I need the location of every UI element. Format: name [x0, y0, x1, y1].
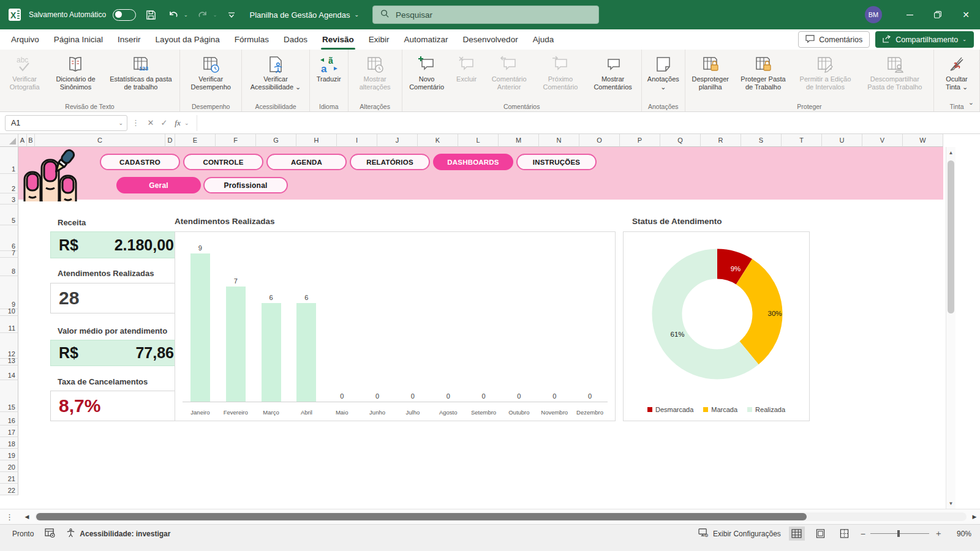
autosave-toggle[interactable]: [113, 9, 136, 21]
save-icon[interactable]: [143, 6, 159, 24]
scroll-up-icon[interactable]: ▲: [946, 147, 956, 158]
minimize-button[interactable]: [895, 0, 924, 29]
column-header-L[interactable]: L: [458, 134, 499, 147]
column-header-D[interactable]: D: [165, 134, 175, 147]
ribbon-button-verificar-acessibilidade[interactable]: Verificar Acessibilidade ⌄: [244, 51, 307, 102]
column-header-K[interactable]: K: [418, 134, 458, 147]
nav-tab-instrucoes[interactable]: INSTRUÇÕES: [516, 154, 597, 170]
row-header-11[interactable]: 11: [0, 316, 18, 333]
column-header-H[interactable]: H: [296, 134, 337, 147]
share-button[interactable]: Compartilhamento ⌄: [875, 31, 974, 48]
nav-tab-controle[interactable]: CONTROLE: [183, 154, 263, 170]
display-settings-button[interactable]: ⚙ Exibir Configurações: [698, 528, 781, 539]
zoom-in-button[interactable]: ＋: [934, 528, 943, 539]
ribbon-button-dicionario-de-sinonimos[interactable]: Dicionário de Sinônimos: [47, 51, 104, 102]
scroll-left-icon[interactable]: ◀: [21, 514, 32, 520]
column-header-G[interactable]: G: [256, 134, 296, 147]
column-header-Q[interactable]: Q: [660, 134, 701, 147]
ribbon-button-proteger-pasta-de-trabalho[interactable]: Proteger Pasta de Trabalho: [734, 51, 793, 102]
column-header-P[interactable]: P: [620, 134, 660, 147]
row-header-19[interactable]: 19: [0, 449, 18, 460]
ribbon-button-verificar-desempenho[interactable]: Verificar Desempenho: [182, 51, 239, 102]
row-header-7[interactable]: 7: [0, 251, 18, 258]
nav-tab-dashboards[interactable]: DASHBOARDS: [433, 154, 513, 170]
ribbon-button-anotacoes[interactable]: Anotações ⌄: [644, 51, 683, 102]
row-header-14[interactable]: 14: [0, 365, 18, 380]
column-header-B[interactable]: B: [27, 134, 35, 147]
column-header-O[interactable]: O: [579, 134, 620, 147]
horizontal-scroll-thumb[interactable]: [36, 513, 807, 520]
row-header-17[interactable]: 17: [0, 425, 18, 437]
menu-tab-automatizar[interactable]: Automatizar: [397, 29, 456, 50]
row-header-2[interactable]: 2: [0, 174, 18, 193]
zoom-slider[interactable]: [870, 533, 929, 534]
column-header-E[interactable]: E: [175, 134, 216, 147]
row-header-18[interactable]: 18: [0, 437, 18, 449]
quick-access-customize-icon[interactable]: [224, 6, 239, 24]
column-header-U[interactable]: U: [822, 134, 862, 147]
row-header-8[interactable]: 8: [0, 258, 18, 276]
column-header-W[interactable]: W: [903, 134, 943, 147]
horizontal-scrollbar[interactable]: [35, 512, 967, 521]
menu-tab-revisao[interactable]: Revisão: [315, 29, 361, 50]
search-input[interactable]: Pesquisar: [372, 6, 599, 24]
row-header-12[interactable]: 12: [0, 333, 18, 359]
ribbon-button-desproteger-planilha[interactable]: Desproteger planilha: [687, 51, 734, 102]
formula-bar-expand-icon[interactable]: ⌄: [184, 120, 194, 126]
page-layout-view-button[interactable]: [813, 527, 829, 541]
row-header-1[interactable]: 1: [0, 147, 18, 174]
column-header-N[interactable]: N: [539, 134, 579, 147]
column-header-I[interactable]: I: [337, 134, 377, 147]
sheet-tabs-grip[interactable]: ⋮: [6, 512, 14, 522]
normal-view-button[interactable]: [789, 527, 805, 541]
vertical-scroll-thumb[interactable]: [948, 160, 954, 313]
row-header-21[interactable]: 21: [0, 472, 18, 484]
zoom-slider-thumb[interactable]: [897, 530, 900, 537]
row-header-20[interactable]: 20: [0, 460, 18, 472]
user-avatar[interactable]: BM: [865, 6, 882, 23]
menu-tab-layout-da-pagina[interactable]: Layout da Página: [148, 29, 227, 50]
subnav-tab-profissional[interactable]: Profissional: [203, 177, 288, 193]
ribbon-button-estatisticas-da-pasta-de-trabalho[interactable]: 123Estatísticas da pasta de trabalho: [104, 51, 178, 102]
nav-tab-cadastro[interactable]: CADASTRO: [100, 154, 180, 170]
column-header-F[interactable]: F: [216, 134, 256, 147]
insert-function-icon[interactable]: fx: [171, 118, 184, 128]
zoom-out-button[interactable]: −: [861, 529, 865, 539]
vertical-scrollbar[interactable]: ▲ ▼: [946, 147, 956, 509]
scroll-down-icon[interactable]: ▼: [946, 498, 956, 509]
zoom-level[interactable]: 90%: [951, 530, 971, 538]
column-header-R[interactable]: R: [701, 134, 741, 147]
menu-tab-ajuda[interactable]: Ajuda: [526, 29, 562, 50]
row-header-16[interactable]: 16: [0, 412, 18, 425]
row-header-15[interactable]: 15: [0, 380, 18, 412]
ribbon-button-traduzir[interactable]: aãTraduzir: [312, 51, 346, 102]
row-header-10[interactable]: 10: [0, 309, 18, 316]
row-header-22[interactable]: 22: [0, 484, 18, 495]
row-header-13[interactable]: 13: [0, 359, 18, 365]
close-button[interactable]: ✕: [952, 0, 980, 29]
column-header-S[interactable]: S: [741, 134, 782, 147]
undo-dropdown-icon[interactable]: ⌄: [184, 12, 188, 18]
subnav-tab-geral[interactable]: Geral: [116, 177, 201, 193]
menu-tab-dados[interactable]: Dados: [276, 29, 315, 50]
menu-tab-desenvolvedor[interactable]: Desenvolvedor: [456, 29, 526, 50]
ribbon-button-mostrar-comentarios[interactable]: Mostrar Comentários: [586, 51, 639, 102]
row-header-6[interactable]: 6: [0, 225, 18, 251]
page-break-view-button[interactable]: [837, 527, 853, 541]
scroll-right-icon[interactable]: ▶: [969, 514, 980, 520]
menu-tab-pagina-inicial[interactable]: Página Inicial: [47, 29, 110, 50]
column-header-C[interactable]: C: [35, 134, 165, 147]
nav-tab-agenda[interactable]: AGENDA: [266, 154, 347, 170]
macro-record-icon[interactable]: [45, 528, 55, 539]
undo-icon[interactable]: [165, 6, 181, 24]
menu-tab-inserir[interactable]: Inserir: [110, 29, 148, 50]
column-header-A[interactable]: A: [18, 134, 27, 147]
formula-input[interactable]: [197, 115, 974, 131]
restore-button[interactable]: [924, 0, 952, 29]
menu-tab-exibir[interactable]: Exibir: [361, 29, 397, 50]
menu-tab-arquivo[interactable]: Arquivo: [4, 29, 47, 50]
row-header-9[interactable]: 9: [0, 276, 18, 309]
document-title[interactable]: Planilha de Gestão Agendas⌄: [249, 10, 359, 20]
column-header-T[interactable]: T: [782, 134, 822, 147]
row-header-3[interactable]: 3: [0, 193, 18, 204]
